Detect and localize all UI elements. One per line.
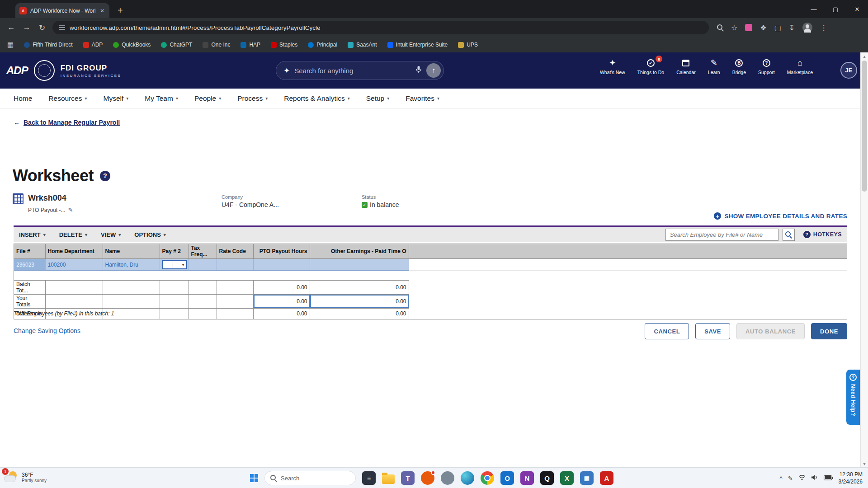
cancel-button[interactable]: CANCEL	[645, 323, 689, 339]
cell-other-earnings[interactable]	[310, 259, 409, 271]
bookmark-quickbooks[interactable]: QuickBooks	[113, 42, 151, 48]
done-button[interactable]: DONE	[811, 323, 847, 339]
battery-icon[interactable]	[824, 474, 833, 482]
nav-people[interactable]: People▾	[194, 94, 221, 103]
onenote-icon[interactable]: N	[520, 471, 534, 485]
bookmark-intuit[interactable]: Intuit Enterprise Suite	[387, 42, 448, 48]
nav-resources[interactable]: Resources▾	[48, 94, 87, 103]
cell-pay-2[interactable]: ▾	[160, 259, 189, 271]
acrobat-icon[interactable]: A	[600, 471, 613, 485]
view-button[interactable]: VIEW▾	[101, 231, 121, 238]
browser-forward-icon[interactable]: →	[20, 23, 33, 32]
browser-box-icon[interactable]: ▢	[774, 23, 781, 32]
tab-close-icon[interactable]: ✕	[99, 8, 105, 14]
edge-icon[interactable]	[461, 471, 474, 485]
notes-app-icon[interactable]: ≡	[362, 471, 376, 485]
taskbar-clock[interactable]: 12:30 PM 3/24/2026	[839, 471, 863, 485]
worksheet-help-icon[interactable]: ?	[100, 171, 110, 181]
q-app-icon[interactable]: Q	[540, 471, 554, 485]
downloads-icon[interactable]: ↧	[789, 23, 795, 32]
marketplace-button[interactable]: ⌂ Marketplace	[787, 58, 813, 75]
scroll-up-icon[interactable]: ▴	[861, 52, 868, 60]
change-saving-options-link[interactable]: Change Saving Options	[14, 327, 80, 334]
cell-name[interactable]: Hamilton, Dru	[103, 259, 160, 271]
nav-home[interactable]: Home	[14, 94, 32, 103]
cell-rate-code[interactable]	[217, 259, 253, 271]
pay-2-dropdown[interactable]: ▾	[162, 260, 187, 269]
cell-file-number[interactable]: 236023	[14, 259, 45, 271]
hotkeys-button[interactable]: ? HOTKEYS	[803, 231, 842, 238]
nav-myself[interactable]: Myself▾	[103, 94, 128, 103]
bookmark-adp[interactable]: ADP	[83, 42, 103, 48]
browser-tab[interactable]: A ADP Workforce Now - Workshe... ✕	[15, 3, 109, 18]
pen-icon[interactable]: ✎	[788, 475, 793, 482]
new-tab-button[interactable]: +	[118, 4, 123, 17]
bookmark-saasant[interactable]: SaasAnt	[348, 42, 377, 48]
bookmark-star-icon[interactable]: ☆	[731, 23, 737, 32]
your-pto-total-input[interactable]: 0.00	[253, 295, 310, 309]
weather-widget[interactable]: 1 36°F Partly sunny	[4, 470, 47, 484]
nav-favorites[interactable]: Favorites▾	[406, 94, 439, 103]
volume-icon[interactable]	[811, 474, 818, 482]
support-button[interactable]: ? Support	[758, 58, 775, 75]
cell-tax-freq[interactable]	[189, 259, 217, 271]
wifi-icon[interactable]	[798, 474, 806, 482]
browser-reload-icon[interactable]: ↻	[35, 23, 49, 33]
global-search[interactable]: ✦ ↑	[276, 61, 444, 80]
orange-app-icon[interactable]	[421, 471, 434, 485]
bookmark-chatgpt[interactable]: ChatGPT	[161, 42, 192, 48]
global-search-input[interactable]	[294, 67, 411, 75]
window-close-button[interactable]: ✕	[846, 0, 868, 18]
cell-pto-hours[interactable]	[253, 259, 310, 271]
gray-app-icon[interactable]	[441, 471, 454, 485]
things-to-do-button[interactable]: 8 ✓ Things to Do	[637, 58, 665, 75]
nav-my-team[interactable]: My Team▾	[145, 94, 178, 103]
cell-home-department[interactable]: 100200	[45, 259, 103, 271]
need-help-tab[interactable]: ? Need Help?	[846, 370, 860, 425]
browser-back-icon[interactable]: ←	[5, 23, 18, 32]
site-settings-icon[interactable]	[59, 25, 65, 30]
bridge-button[interactable]: B Bridge	[732, 58, 746, 75]
excel-icon[interactable]: X	[560, 471, 574, 485]
delete-button[interactable]: DELETE▾	[59, 231, 87, 238]
apps-grid-icon[interactable]: ▦	[7, 41, 14, 49]
pink-extension-icon[interactable]	[745, 24, 752, 31]
brand-logo[interactable]: ADP FDI GROUP INSURANCE SERVICES	[6, 60, 121, 81]
scroll-down-icon[interactable]: ▾	[861, 460, 868, 467]
nav-setup[interactable]: Setup▾	[366, 94, 390, 103]
employee-search-input[interactable]	[665, 229, 778, 241]
save-button[interactable]: SAVE	[695, 323, 730, 339]
bookmark-one-inc[interactable]: One Inc	[203, 42, 230, 48]
url-bar[interactable]: workforcenow.adp.com/theme/admin.html#/P…	[52, 21, 709, 34]
bookmark-fifth-third[interactable]: Fifth Third Direct	[24, 42, 72, 48]
scrollbar-thumb[interactable]	[862, 61, 867, 192]
user-avatar[interactable]: JE	[840, 62, 857, 79]
nav-reports-analytics[interactable]: Reports & Analytics▾	[284, 94, 349, 103]
employee-search-button[interactable]	[783, 229, 795, 241]
window-minimize-button[interactable]: —	[803, 0, 825, 18]
bookmark-hap[interactable]: HAP	[241, 42, 260, 48]
page-scrollbar[interactable]: ▴ ▾	[860, 52, 868, 467]
tray-expand-icon[interactable]: ^	[780, 475, 783, 482]
bookmark-principal[interactable]: Principal	[308, 42, 337, 48]
search-submit-button[interactable]: ↑	[426, 63, 441, 78]
show-employee-details-link[interactable]: + SHOW EMPLOYEE DETAILS AND RATES	[714, 212, 847, 220]
browser-menu-icon[interactable]: ⋮	[820, 23, 827, 32]
whats-new-button[interactable]: ✦ What's New	[600, 58, 625, 75]
start-button[interactable]	[250, 474, 258, 482]
outlook-icon[interactable]: O	[500, 471, 514, 485]
file-explorer-icon[interactable]	[382, 474, 395, 484]
insert-button[interactable]: INSERT▾	[19, 231, 46, 238]
dropdown-caret-icon[interactable]: ▾	[182, 262, 184, 267]
calculator-icon[interactable]: ▦	[580, 471, 594, 485]
taskbar-search[interactable]: Search	[264, 471, 356, 485]
options-button[interactable]: OPTIONS▾	[134, 231, 166, 238]
window-maximize-button[interactable]: ▢	[825, 0, 846, 18]
learn-button[interactable]: ✎ Learn	[708, 58, 720, 75]
browser-profile-icon[interactable]	[802, 23, 812, 33]
extensions-puzzle-icon[interactable]: ❖	[760, 23, 766, 32]
bookmark-staples[interactable]: Staples	[271, 42, 297, 48]
edit-pencil-icon[interactable]: ✎	[68, 206, 73, 213]
nav-process[interactable]: Process▾	[237, 94, 268, 103]
tab-search-icon[interactable]	[717, 24, 723, 31]
